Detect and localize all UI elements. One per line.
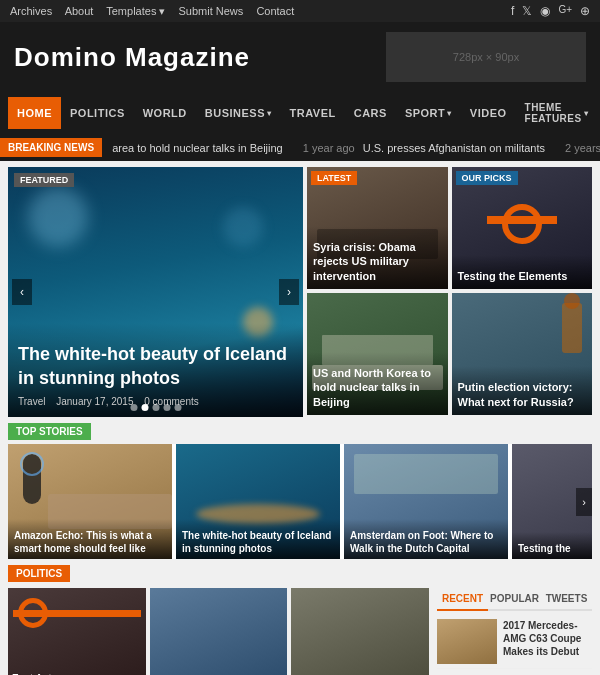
our-picks-badge: OUR PICKS bbox=[456, 171, 518, 185]
metro-panel-title: Testing the Elements bbox=[452, 255, 593, 289]
syria-panel-title: Syria crisis: Obama rejects US military … bbox=[307, 226, 448, 289]
latest-badge: LATEST bbox=[311, 171, 357, 185]
breaking-news-label: BREAKING NEWS bbox=[0, 138, 102, 157]
panel-metro[interactable]: OUR PICKS Testing the Elements bbox=[452, 167, 593, 289]
story-caption-echo: Amazon Echo: This is what a smart home s… bbox=[8, 519, 172, 559]
social-icons: f 𝕏 ◉ G+ ⊕ bbox=[511, 4, 590, 18]
top-stories-badge: TOP STORIES bbox=[8, 423, 91, 440]
contact-link[interactable]: Contact bbox=[256, 5, 294, 17]
stories-next-button[interactable]: › bbox=[576, 488, 592, 516]
panel-whitehouse[interactable]: US and North Korea to hold nuclear talks… bbox=[307, 293, 448, 415]
sidebar-tab-recent[interactable]: RECENT bbox=[437, 588, 488, 611]
sidebar-article-1: 2017 Mercedes-AMG C63 Coupe Makes its De… bbox=[437, 615, 592, 669]
facebook-icon[interactable]: f bbox=[511, 4, 514, 18]
politics-header: POLITICS bbox=[8, 565, 592, 582]
dot-1[interactable] bbox=[130, 404, 137, 411]
main-navigation: HOME POLITICS WORLD BUSINESS ▾ TRAVEL CA… bbox=[0, 92, 600, 134]
story-caption-testing: Testing the bbox=[512, 532, 592, 559]
russia-panel-title: Putin election victory: What next for Ru… bbox=[452, 366, 593, 415]
nav-item-cars[interactable]: CARS bbox=[345, 97, 396, 129]
politics-card-3[interactable] bbox=[291, 588, 429, 675]
featured-bottom-panels: US and North Korea to hold nuclear talks… bbox=[307, 293, 592, 415]
ticker-item-2: 1 year ago U.S. presses Afghanistan on m… bbox=[303, 142, 545, 154]
nav-item-politics[interactable]: POLITICS bbox=[61, 97, 134, 129]
story-card-amsterdam[interactable]: Amsterdam on Foot: Where to Walk in the … bbox=[344, 444, 508, 559]
instagram-icon[interactable]: ◉ bbox=[540, 4, 550, 18]
sport-caret: ▾ bbox=[447, 109, 452, 118]
slider-prev-button[interactable]: ‹ bbox=[12, 279, 32, 305]
sidebar-thumb-1 bbox=[437, 619, 497, 664]
featured-category: Travel bbox=[18, 396, 45, 407]
featured-date: January 17, 2015 bbox=[56, 396, 133, 407]
featured-main: FEATURED ‹ › The white-hot beauty of Ice… bbox=[8, 167, 303, 417]
featured-badge: FEATURED bbox=[14, 173, 74, 187]
breaking-news-bar: BREAKING NEWS area to hold nuclear talks… bbox=[0, 134, 600, 161]
panel-syria[interactable]: LATEST Syria crisis: Obama rejects US mi… bbox=[307, 167, 448, 289]
ticker-item-3: 2 years ago Apple Reports Record Earning… bbox=[565, 142, 600, 154]
panel-russia[interactable]: Putin election victory: What next for Ru… bbox=[452, 293, 593, 415]
site-header: Domino Magazine 728px × 90px bbox=[0, 22, 600, 92]
ticker-item-1: area to hold nuclear talks in Beijing bbox=[112, 142, 283, 154]
story-caption-amsterdam: Amsterdam on Foot: Where to Walk in the … bbox=[344, 519, 508, 559]
templates-caret: ▾ bbox=[159, 5, 165, 17]
top-stories-section: TOP STORIES Amazon Echo: This is what a … bbox=[8, 423, 592, 559]
nav-item-world[interactable]: WORLD bbox=[134, 97, 196, 129]
twitter-icon[interactable]: 𝕏 bbox=[522, 4, 532, 18]
sidebar-article-title-1[interactable]: 2017 Mercedes-AMG C63 Coupe Makes its De… bbox=[503, 619, 592, 658]
sidebar-tabs: RECENT POPULAR TWEETS bbox=[437, 588, 592, 611]
politics-row: East Acton RECENT POPULAR TWEETS bbox=[8, 588, 592, 675]
header-advertisement: 728px × 90px bbox=[386, 32, 586, 82]
top-bar-links: Archives About Templates ▾ Submit News C… bbox=[10, 5, 304, 18]
nav-item-business[interactable]: BUSINESS ▾ bbox=[196, 97, 281, 129]
about-link[interactable]: About bbox=[65, 5, 94, 17]
rss-icon[interactable]: ⊕ bbox=[580, 4, 590, 18]
nav-item-video[interactable]: VIDEO bbox=[461, 97, 516, 129]
sidebar-tab-popular[interactable]: POPULAR bbox=[488, 588, 541, 609]
slider-dots bbox=[130, 404, 181, 411]
politics-card-2[interactable] bbox=[150, 588, 288, 675]
featured-right-panels: LATEST Syria crisis: Obama rejects US mi… bbox=[307, 167, 592, 417]
nav-item-sport[interactable]: SPORT ▾ bbox=[396, 97, 461, 129]
ticker-link-1[interactable]: area to hold nuclear talks in Beijing bbox=[112, 142, 283, 154]
slider-next-button[interactable]: › bbox=[279, 279, 299, 305]
top-stories-header: TOP STORIES bbox=[8, 423, 592, 440]
politics-section: POLITICS East Acton bbox=[8, 565, 592, 675]
ticker-time-2: 1 year ago bbox=[303, 142, 355, 154]
top-stories-row: Amazon Echo: This is what a smart home s… bbox=[8, 444, 592, 559]
dot-3[interactable] bbox=[152, 404, 159, 411]
nav-item-theme-features[interactable]: THEME FEATURES ▾ bbox=[516, 92, 598, 134]
nav-item-travel[interactable]: TRAVEL bbox=[281, 97, 345, 129]
featured-title: The white-hot beauty of Iceland in stunn… bbox=[18, 343, 293, 390]
templates-link[interactable]: Templates ▾ bbox=[106, 5, 165, 17]
featured-top-panels: LATEST Syria crisis: Obama rejects US mi… bbox=[307, 167, 592, 289]
story-caption-iceland: The white-hot beauty of Iceland in stunn… bbox=[176, 519, 340, 559]
politics-badge: POLITICS bbox=[8, 565, 70, 582]
dot-4[interactable] bbox=[163, 404, 170, 411]
sidebar-tab-tweets[interactable]: TWEETS bbox=[541, 588, 592, 609]
whitehouse-panel-title: US and North Korea to hold nuclear talks… bbox=[307, 352, 448, 415]
nav-item-home[interactable]: HOME bbox=[8, 97, 61, 129]
ticker-link-2[interactable]: U.S. presses Afghanistan on militants bbox=[363, 142, 545, 154]
archives-link[interactable]: Archives bbox=[10, 5, 52, 17]
featured-caption: The white-hot beauty of Iceland in stunn… bbox=[8, 323, 303, 417]
breaking-news-ticker: area to hold nuclear talks in Beijing 1 … bbox=[102, 142, 600, 154]
theme-features-caret: ▾ bbox=[584, 109, 589, 118]
googleplus-icon[interactable]: G+ bbox=[558, 4, 572, 18]
politics-card-1[interactable]: East Acton bbox=[8, 588, 146, 675]
ticker-time-3: 2 years ago bbox=[565, 142, 600, 154]
story-card-echo[interactable]: Amazon Echo: This is what a smart home s… bbox=[8, 444, 172, 559]
main-content: FEATURED ‹ › The white-hot beauty of Ice… bbox=[0, 161, 600, 675]
featured-section: FEATURED ‹ › The white-hot beauty of Ice… bbox=[8, 167, 592, 417]
dot-5[interactable] bbox=[174, 404, 181, 411]
dot-2[interactable] bbox=[141, 404, 148, 411]
top-bar: Archives About Templates ▾ Submit News C… bbox=[0, 0, 600, 22]
politics-articles: East Acton bbox=[8, 588, 429, 675]
site-title: Domino Magazine bbox=[14, 42, 250, 73]
submit-news-link[interactable]: Submit News bbox=[179, 5, 244, 17]
business-caret: ▾ bbox=[267, 109, 272, 118]
story-card-iceland[interactable]: The white-hot beauty of Iceland in stunn… bbox=[176, 444, 340, 559]
sidebar: RECENT POPULAR TWEETS 2017 Mercedes-AMG … bbox=[437, 588, 592, 675]
